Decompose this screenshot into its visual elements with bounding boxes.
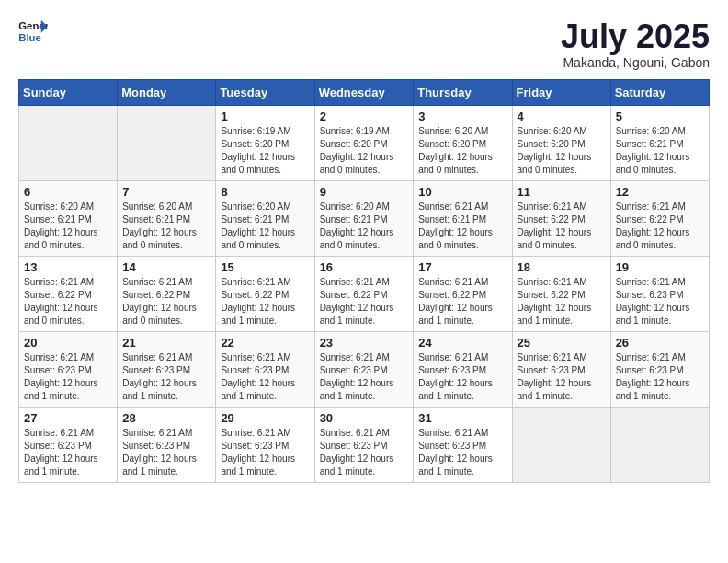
calendar-cell: 27Sunrise: 6:21 AM Sunset: 6:23 PM Dayli… <box>19 407 118 482</box>
calendar-cell: 22Sunrise: 6:21 AM Sunset: 6:23 PM Dayli… <box>216 331 314 407</box>
day-number: 29 <box>221 411 309 425</box>
header-wednesday: Wednesday <box>314 79 414 105</box>
day-info: Sunrise: 6:20 AM Sunset: 6:21 PM Dayligh… <box>221 201 309 252</box>
day-number: 16 <box>320 260 409 274</box>
day-number: 2 <box>320 109 409 123</box>
day-number: 21 <box>122 336 210 350</box>
day-number: 26 <box>616 336 704 350</box>
day-info: Sunrise: 6:21 AM Sunset: 6:23 PM Dayligh… <box>418 427 506 478</box>
calendar-cell: 30Sunrise: 6:21 AM Sunset: 6:23 PM Dayli… <box>314 407 414 482</box>
calendar-cell: 21Sunrise: 6:21 AM Sunset: 6:23 PM Dayli… <box>118 331 216 407</box>
day-number: 7 <box>122 185 210 199</box>
day-number: 30 <box>320 411 409 425</box>
calendar-cell <box>512 407 610 482</box>
day-number: 5 <box>616 109 704 123</box>
calendar-cell: 19Sunrise: 6:21 AM Sunset: 6:23 PM Dayli… <box>610 256 709 331</box>
calendar-cell: 24Sunrise: 6:21 AM Sunset: 6:23 PM Dayli… <box>414 331 512 407</box>
day-number: 11 <box>518 185 606 199</box>
day-info: Sunrise: 6:21 AM Sunset: 6:23 PM Dayligh… <box>418 351 506 403</box>
day-number: 31 <box>418 411 506 425</box>
day-info: Sunrise: 6:21 AM Sunset: 6:23 PM Dayligh… <box>122 351 210 403</box>
calendar-cell: 23Sunrise: 6:21 AM Sunset: 6:23 PM Dayli… <box>314 331 414 407</box>
calendar-week-5: 27Sunrise: 6:21 AM Sunset: 6:23 PM Dayli… <box>19 407 710 482</box>
calendar-header-row: SundayMondayTuesdayWednesdayThursdayFrid… <box>19 79 710 105</box>
day-number: 3 <box>418 109 506 123</box>
day-number: 9 <box>320 185 409 199</box>
day-info: Sunrise: 6:21 AM Sunset: 6:23 PM Dayligh… <box>122 427 210 478</box>
day-info: Sunrise: 6:21 AM Sunset: 6:23 PM Dayligh… <box>24 427 112 478</box>
day-info: Sunrise: 6:19 AM Sunset: 6:20 PM Dayligh… <box>221 125 309 177</box>
calendar-cell <box>19 105 118 180</box>
day-info: Sunrise: 6:21 AM Sunset: 6:22 PM Dayligh… <box>418 276 506 327</box>
calendar-cell: 9Sunrise: 6:20 AM Sunset: 6:21 PM Daylig… <box>314 180 414 256</box>
calendar-cell: 8Sunrise: 6:20 AM Sunset: 6:21 PM Daylig… <box>216 180 314 256</box>
day-info: Sunrise: 6:21 AM Sunset: 6:23 PM Dayligh… <box>320 427 409 478</box>
calendar-cell: 29Sunrise: 6:21 AM Sunset: 6:23 PM Dayli… <box>216 407 314 482</box>
day-info: Sunrise: 6:21 AM Sunset: 6:22 PM Dayligh… <box>221 276 309 327</box>
day-number: 22 <box>221 336 309 350</box>
day-number: 17 <box>418 260 506 274</box>
logo: General Blue <box>18 18 48 44</box>
day-number: 12 <box>616 185 704 199</box>
header-monday: Monday <box>118 79 216 105</box>
calendar-table: SundayMondayTuesdayWednesdayThursdayFrid… <box>18 79 710 483</box>
day-info: Sunrise: 6:21 AM Sunset: 6:23 PM Dayligh… <box>24 351 112 403</box>
day-number: 1 <box>221 109 309 123</box>
day-info: Sunrise: 6:21 AM Sunset: 6:22 PM Dayligh… <box>320 276 409 327</box>
calendar-week-2: 6Sunrise: 6:20 AM Sunset: 6:21 PM Daylig… <box>19 180 710 256</box>
calendar-cell: 28Sunrise: 6:21 AM Sunset: 6:23 PM Dayli… <box>118 407 216 482</box>
day-number: 28 <box>122 411 210 425</box>
calendar-cell: 4Sunrise: 6:20 AM Sunset: 6:20 PM Daylig… <box>512 105 610 180</box>
day-number: 6 <box>24 185 112 199</box>
day-info: Sunrise: 6:21 AM Sunset: 6:23 PM Dayligh… <box>616 351 704 403</box>
calendar-cell: 18Sunrise: 6:21 AM Sunset: 6:22 PM Dayli… <box>512 256 610 331</box>
calendar-cell: 3Sunrise: 6:20 AM Sunset: 6:20 PM Daylig… <box>414 105 512 180</box>
day-number: 13 <box>24 260 112 274</box>
day-info: Sunrise: 6:21 AM Sunset: 6:22 PM Dayligh… <box>518 276 606 327</box>
day-info: Sunrise: 6:20 AM Sunset: 6:20 PM Dayligh… <box>518 125 606 177</box>
calendar-cell: 14Sunrise: 6:21 AM Sunset: 6:22 PM Dayli… <box>118 256 216 331</box>
calendar-cell: 10Sunrise: 6:21 AM Sunset: 6:21 PM Dayli… <box>414 180 512 256</box>
day-number: 25 <box>518 336 606 350</box>
calendar-cell <box>118 105 216 180</box>
header-thursday: Thursday <box>414 79 512 105</box>
day-number: 8 <box>221 185 309 199</box>
calendar-cell: 13Sunrise: 6:21 AM Sunset: 6:22 PM Dayli… <box>19 256 118 331</box>
day-info: Sunrise: 6:20 AM Sunset: 6:20 PM Dayligh… <box>418 125 506 177</box>
day-info: Sunrise: 6:20 AM Sunset: 6:21 PM Dayligh… <box>122 201 210 252</box>
calendar-cell: 1Sunrise: 6:19 AM Sunset: 6:20 PM Daylig… <box>216 105 314 180</box>
calendar-cell: 5Sunrise: 6:20 AM Sunset: 6:21 PM Daylig… <box>610 105 709 180</box>
header-tuesday: Tuesday <box>216 79 314 105</box>
calendar-cell: 17Sunrise: 6:21 AM Sunset: 6:22 PM Dayli… <box>414 256 512 331</box>
day-info: Sunrise: 6:19 AM Sunset: 6:20 PM Dayligh… <box>320 125 409 177</box>
calendar-cell: 31Sunrise: 6:21 AM Sunset: 6:23 PM Dayli… <box>414 407 512 482</box>
calendar-cell: 26Sunrise: 6:21 AM Sunset: 6:23 PM Dayli… <box>610 331 709 407</box>
day-info: Sunrise: 6:21 AM Sunset: 6:22 PM Dayligh… <box>616 201 704 252</box>
svg-text:Blue: Blue <box>18 32 41 43</box>
day-info: Sunrise: 6:20 AM Sunset: 6:21 PM Dayligh… <box>24 201 112 252</box>
day-info: Sunrise: 6:21 AM Sunset: 6:23 PM Dayligh… <box>616 276 704 327</box>
calendar-week-4: 20Sunrise: 6:21 AM Sunset: 6:23 PM Dayli… <box>19 331 710 407</box>
title-block: July 2025 Makanda, Ngouni, Gabon <box>561 18 710 70</box>
page-header: General Blue July 2025 Makanda, Ngouni, … <box>18 18 710 70</box>
day-number: 10 <box>418 185 506 199</box>
calendar-cell: 11Sunrise: 6:21 AM Sunset: 6:22 PM Dayli… <box>512 180 610 256</box>
day-info: Sunrise: 6:21 AM Sunset: 6:23 PM Dayligh… <box>221 427 309 478</box>
day-number: 24 <box>418 336 506 350</box>
logo-icon: General Blue <box>18 18 48 44</box>
calendar-week-3: 13Sunrise: 6:21 AM Sunset: 6:22 PM Dayli… <box>19 256 710 331</box>
location-subtitle: Makanda, Ngouni, Gabon <box>561 55 710 70</box>
day-info: Sunrise: 6:21 AM Sunset: 6:22 PM Dayligh… <box>518 201 606 252</box>
month-title: July 2025 <box>561 18 710 55</box>
day-number: 27 <box>24 411 112 425</box>
day-info: Sunrise: 6:21 AM Sunset: 6:23 PM Dayligh… <box>320 351 409 403</box>
calendar-cell: 15Sunrise: 6:21 AM Sunset: 6:22 PM Dayli… <box>216 256 314 331</box>
header-sunday: Sunday <box>19 79 118 105</box>
calendar-cell: 16Sunrise: 6:21 AM Sunset: 6:22 PM Dayli… <box>314 256 414 331</box>
calendar-cell: 2Sunrise: 6:19 AM Sunset: 6:20 PM Daylig… <box>314 105 414 180</box>
calendar-cell: 12Sunrise: 6:21 AM Sunset: 6:22 PM Dayli… <box>610 180 709 256</box>
day-number: 18 <box>518 260 606 274</box>
calendar-cell: 6Sunrise: 6:20 AM Sunset: 6:21 PM Daylig… <box>19 180 118 256</box>
day-number: 19 <box>616 260 704 274</box>
day-info: Sunrise: 6:21 AM Sunset: 6:23 PM Dayligh… <box>221 351 309 403</box>
